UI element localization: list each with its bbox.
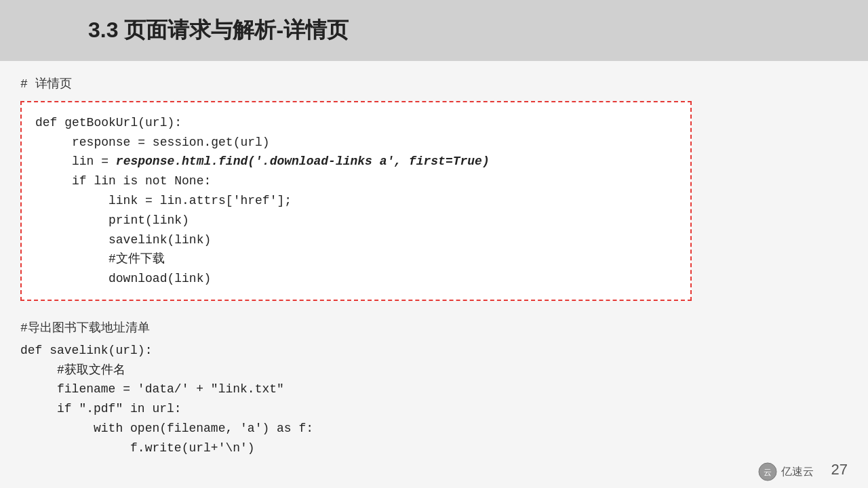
svg-text:云: 云	[764, 468, 772, 477]
logo-text: 亿速云	[781, 465, 814, 479]
logo-area: 云 亿速云	[758, 462, 814, 481]
slide-container: 3.3 页面请求与解析-详情页 # 详情页 def getBookUrl(url…	[0, 0, 868, 488]
code-section-2: #导出图书下载地址清单 def savelink(url): #获取文件名 fi…	[20, 319, 848, 458]
comment-line-1: # 详情页	[20, 75, 848, 94]
dashed-code-box: def getBookUrl(url): response = session.…	[20, 101, 692, 301]
code-line-1: def getBookUrl(url):	[35, 113, 677, 133]
code-line-3: lin = response.html.find('.download-link…	[35, 152, 677, 171]
savelink-line-5: with open(filename, 'a') as f:	[20, 419, 848, 439]
savelink-line-6: f.write(url+'\n')	[20, 439, 848, 458]
savelink-line-1: def savelink(url):	[20, 341, 848, 361]
code-line-7: savelink(link)	[35, 230, 677, 250]
page-number: 27	[831, 461, 848, 479]
header: 3.3 页面请求与解析-详情页	[0, 0, 868, 61]
code-section-1: # 详情页 def getBookUrl(url): response = se…	[20, 75, 848, 312]
comment-line-2: #导出图书下载地址清单	[20, 319, 848, 338]
code-line-9: download(link)	[35, 269, 677, 289]
savelink-line-4: if ".pdf" in url:	[20, 399, 848, 419]
code-line-5: link = lin.attrs['href'];	[35, 191, 677, 211]
code-line-6: print(link)	[35, 211, 677, 230]
code-line-8: #文件下载	[35, 249, 677, 269]
code-line-2: response = session.get(url)	[35, 133, 677, 152]
savelink-line-3: filename = 'data/' + "link.txt"	[20, 380, 848, 399]
savelink-line-2: #获取文件名	[20, 361, 848, 380]
slide-title: 3.3 页面请求与解析-详情页	[88, 16, 349, 45]
content-area: # 详情页 def getBookUrl(url): response = se…	[0, 61, 868, 488]
bold-italic-text: response.html.find('.download-links a', …	[116, 155, 490, 168]
code-line-4: if lin is not None:	[35, 171, 677, 191]
logo-icon: 云	[758, 462, 777, 481]
